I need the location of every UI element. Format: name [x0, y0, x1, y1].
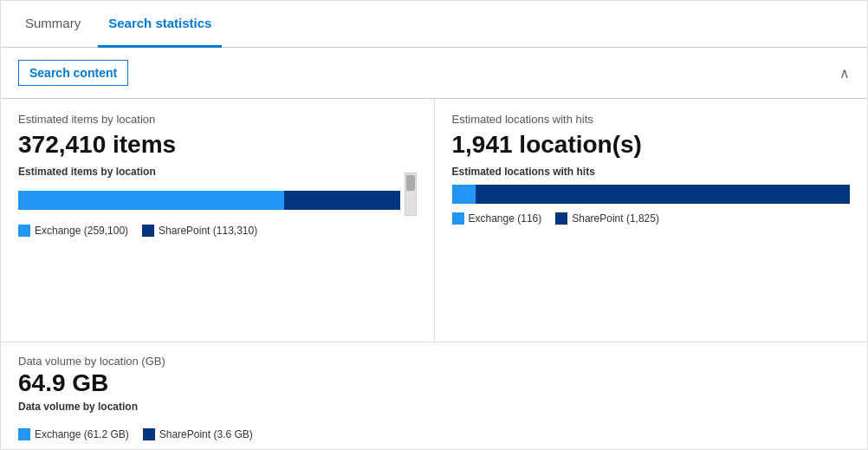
content-area: Search content ∧ Estimated items by loca…: [1, 48, 867, 449]
stats-grid: Estimated items by location 372,410 item…: [1, 99, 867, 449]
tab-bar: Summary Search statistics: [1, 1, 867, 48]
legend-exchange-vol: Exchange (61.2 GB): [18, 428, 129, 440]
main-container: Summary Search statistics Search content…: [0, 0, 868, 450]
locations-value: 1,941 location(s): [452, 131, 851, 159]
items-value: 372,410 items: [18, 131, 417, 159]
exchange-label: Exchange (259,100): [35, 225, 128, 237]
legend-exchange-loc: Exchange (116): [452, 212, 542, 225]
sharepoint-loc-swatch: [555, 212, 567, 225]
locations-exchange-bar: [452, 185, 476, 204]
sharepoint-vol-swatch: [143, 428, 155, 440]
items-label: Estimated items by location: [18, 113, 417, 126]
tab-summary[interactable]: Summary: [15, 1, 91, 48]
exchange-vol-label: Exchange (61.2 GB): [35, 428, 129, 440]
sharepoint-color-swatch: [142, 225, 154, 237]
items-by-location-cell: Estimated items by location 372,410 item…: [1, 99, 435, 342]
data-volume-row: Data volume by location (GB) 64.9 GB Dat…: [1, 342, 867, 449]
items-exchange-bar: [18, 191, 284, 210]
exchange-color-swatch: [18, 225, 30, 237]
legend-exchange: Exchange (259,100): [18, 225, 128, 237]
exchange-loc-swatch: [452, 212, 464, 225]
locations-sharepoint-bar: [476, 185, 850, 204]
locations-bar-wrapper: [452, 185, 851, 204]
locations-with-hits-cell: Estimated locations with hits 1,941 loca…: [435, 99, 868, 342]
locations-bar-chart: [452, 185, 851, 204]
legend-sharepoint: SharePoint (113,310): [142, 225, 257, 237]
stats-row-top: Estimated items by location 372,410 item…: [1, 99, 867, 342]
locations-bar-label: Estimated locations with hits: [452, 166, 851, 178]
sharepoint-vol-label: SharePoint (3.6 GB): [159, 428, 253, 440]
scrollbar-thumb: [406, 175, 415, 191]
legend-sharepoint-loc: SharePoint (1,825): [555, 212, 659, 225]
items-bar-wrapper: [18, 185, 417, 216]
volume-legend: Exchange (61.2 GB) SharePoint (3.6 GB): [18, 428, 850, 440]
section-header: Search content ∧: [1, 48, 867, 99]
exchange-loc-label: Exchange (116): [469, 212, 542, 225]
items-legend: Exchange (259,100) SharePoint (113,310): [18, 225, 417, 237]
scrollbar[interactable]: [405, 173, 417, 216]
items-bar-label: Estimated items by location: [18, 166, 417, 178]
items-bar-chart: [18, 191, 401, 210]
items-sharepoint-bar: [284, 191, 400, 210]
legend-sharepoint-vol: SharePoint (3.6 GB): [143, 428, 253, 440]
tab-search-statistics[interactable]: Search statistics: [98, 1, 222, 48]
volume-value: 64.9 GB: [18, 369, 850, 397]
exchange-vol-swatch: [18, 428, 30, 440]
sharepoint-loc-label: SharePoint (1,825): [572, 212, 659, 225]
volume-bar-label: Data volume by location: [18, 401, 850, 413]
locations-legend: Exchange (116) SharePoint (1,825): [452, 212, 851, 225]
volume-label: Data volume by location (GB): [18, 355, 850, 368]
collapse-chevron-icon[interactable]: ∧: [839, 65, 850, 82]
search-content-button[interactable]: Search content: [18, 60, 128, 86]
locations-label: Estimated locations with hits: [452, 113, 851, 126]
sharepoint-label: SharePoint (113,310): [159, 225, 257, 237]
